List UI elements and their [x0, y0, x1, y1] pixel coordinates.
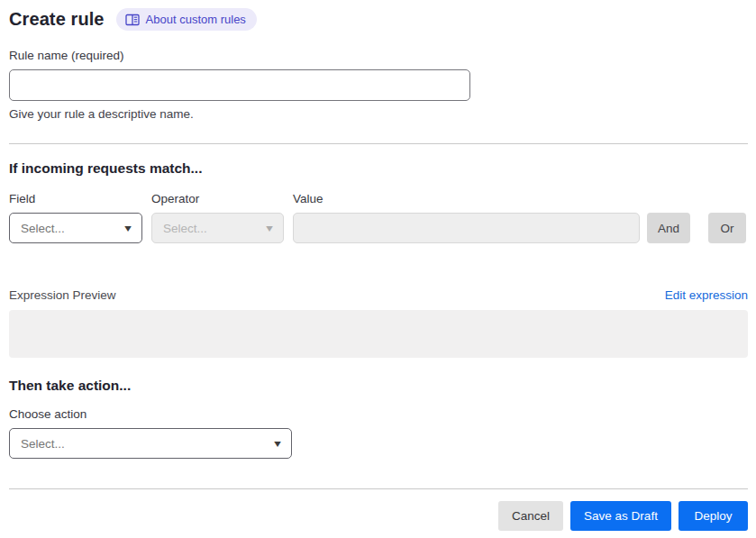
create-rule-page: Create rule About custom rules Rule name… [0, 0, 756, 538]
expression-preview-section: Expression Preview Edit expression [9, 288, 748, 358]
caret-down-icon: ▾ [124, 223, 132, 233]
value-group: Value [293, 192, 640, 243]
rule-name-label: Rule name (required) [9, 49, 748, 62]
choose-action-label: Choose action [9, 407, 748, 421]
field-select-value: Select... [21, 222, 65, 235]
expression-preview-box [9, 310, 748, 358]
field-select[interactable]: Select... ▾ [9, 213, 142, 243]
field-label: Field [9, 192, 142, 205]
caret-down-icon: ▾ [266, 223, 273, 233]
expression-preview-label: Expression Preview [9, 288, 116, 302]
value-label: Value [293, 192, 640, 205]
section-divider [9, 143, 748, 144]
rule-name-input[interactable] [9, 69, 470, 101]
save-as-draft-button[interactable]: Save as Draft [570, 501, 671, 531]
rule-name-section: Rule name (required) Give your rule a de… [9, 49, 748, 121]
choose-action-select-value: Select... [21, 437, 65, 451]
match-section-heading: If incoming requests match... [9, 160, 748, 177]
operator-label: Operator [151, 192, 284, 205]
action-section: Then take action... Choose action Select… [9, 378, 748, 459]
rule-name-helper-text: Give your rule a descriptive name. [9, 107, 748, 121]
match-condition-row: Field Select... ▾ Operator Select... ▾ V… [9, 192, 748, 243]
choose-action-select[interactable]: Select... ▾ [9, 428, 292, 459]
page-title: Create rule [9, 9, 105, 30]
operator-select: Select... ▾ [151, 213, 284, 243]
expression-preview-header: Expression Preview Edit expression [9, 288, 748, 302]
footer-actions: Cancel Save as Draft Deploy [9, 501, 748, 531]
match-section: If incoming requests match... Field Sele… [9, 160, 748, 243]
caret-down-icon: ▾ [274, 438, 281, 449]
about-custom-rules-label: About custom rules [146, 13, 246, 26]
footer-divider [9, 488, 748, 489]
book-reader-icon [125, 14, 140, 26]
page-header: Create rule About custom rules [9, 8, 748, 31]
deploy-button[interactable]: Deploy [679, 501, 748, 531]
operator-select-value: Select... [163, 222, 207, 235]
cancel-button[interactable]: Cancel [498, 501, 563, 531]
and-button[interactable]: And [647, 213, 690, 243]
field-group: Field Select... ▾ [9, 192, 142, 243]
action-section-heading: Then take action... [9, 378, 748, 394]
edit-expression-link[interactable]: Edit expression [665, 288, 748, 302]
operator-group: Operator Select... ▾ [151, 192, 284, 243]
or-button[interactable]: Or [708, 213, 746, 243]
value-input [293, 213, 640, 243]
about-custom-rules-link[interactable]: About custom rules [116, 8, 257, 31]
